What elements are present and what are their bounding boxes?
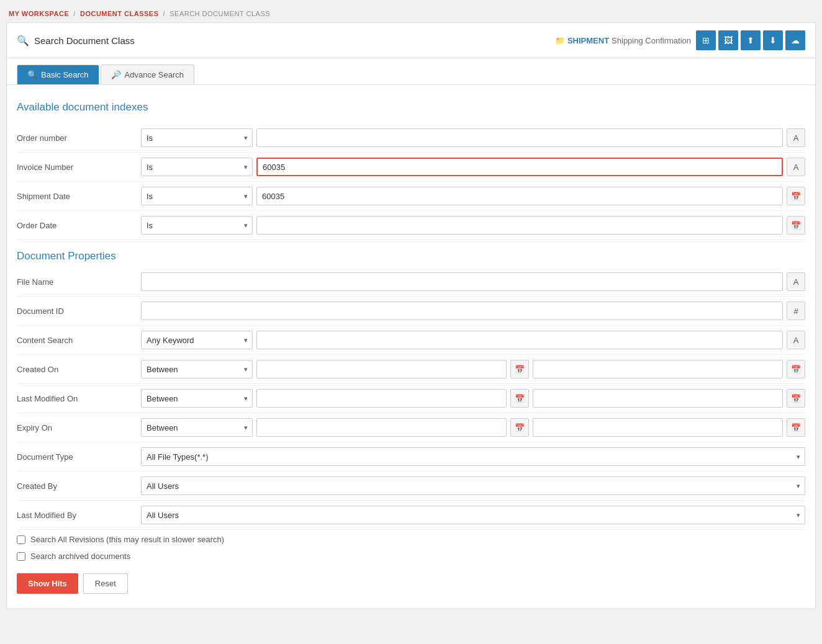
grid-view-button[interactable]: ⊞ (696, 30, 716, 50)
created-by-label: Created By (17, 481, 141, 491)
order-date-row: Order Date Is Is Not Between Before Afte… (17, 211, 805, 240)
last-modified-on-operator-wrapper: Between Is Before After (141, 389, 253, 408)
reset-button[interactable]: Reset (83, 573, 128, 594)
content-search-input[interactable] (256, 331, 783, 349)
content-search-alpha-icon[interactable]: A (787, 331, 805, 349)
main-content: Available document indexes Order number … (7, 85, 815, 609)
card-header: 🔍 Search Document Class 📁 SHIPMENT Shipp… (7, 23, 815, 58)
shipment-label: 📁 SHIPMENT Shipping Confirmation (555, 36, 691, 45)
image-view-button[interactable]: 🖼 (718, 30, 738, 50)
tab-basic-search-label: Basic Search (41, 70, 89, 79)
created-by-controls: All Users (141, 476, 805, 495)
order-number-operator-wrapper: Is Is Not Contains Starts With Ends With (141, 128, 253, 147)
order-number-controls: Is Is Not Contains Starts With Ends With… (141, 128, 805, 147)
last-modified-on-operator[interactable]: Between Is Before After (141, 389, 253, 408)
invoice-number-operator[interactable]: Is Is Not Contains Starts With Ends With (141, 158, 253, 176)
last-modified-on-input2[interactable] (533, 389, 783, 408)
search-all-revisions-label: Search All Revisions (this may result in… (30, 535, 224, 544)
created-on-input2[interactable] (533, 360, 783, 378)
invoice-number-operator-wrapper: Is Is Not Contains Starts With Ends With (141, 158, 253, 176)
created-on-calendar2-icon[interactable]: 📅 (787, 360, 805, 378)
shipment-date-operator[interactable]: Is Is Not Between Before After (141, 187, 253, 205)
file-name-input[interactable] (141, 272, 783, 291)
expiry-on-label: Expiry On (17, 423, 141, 432)
last-modified-by-label: Last Modified By (17, 511, 141, 520)
last-modified-by-row: Last Modified By All Users (17, 501, 805, 530)
shipment-folder-icon: 📁 (555, 36, 565, 45)
order-date-input[interactable] (256, 216, 783, 235)
document-id-hash-icon[interactable]: # (787, 302, 805, 320)
page-title-text: Search Document Class (34, 35, 135, 46)
document-id-row: Document ID # (17, 297, 805, 326)
order-number-operator[interactable]: Is Is Not Contains Starts With Ends With (141, 128, 253, 147)
document-id-label: Document ID (17, 306, 141, 316)
expiry-on-operator[interactable]: Between Is Before After (141, 418, 253, 437)
document-id-input[interactable] (141, 302, 783, 320)
invoice-number-controls: Is Is Not Contains Starts With Ends With… (141, 158, 805, 176)
cloud-button[interactable]: ☁ (785, 30, 805, 50)
invoice-number-alpha-icon[interactable]: A (787, 158, 805, 176)
last-modified-on-label: Last Modified On (17, 394, 141, 403)
search-all-revisions-checkbox[interactable] (17, 535, 25, 544)
invoice-number-input[interactable] (256, 158, 783, 176)
content-search-row: Content Search Any Keyword All Keywords … (17, 326, 805, 355)
header-buttons: ⊞ 🖼 ⬆ ⬇ ☁ (696, 30, 805, 50)
breadcrumb-sep1: / (73, 10, 76, 17)
action-buttons: Show Hits Reset (17, 563, 805, 599)
breadcrumb-workspace[interactable]: MY WORKSPACE (9, 10, 69, 17)
created-on-row: Created On Between Is Before After 📅 📅 (17, 355, 805, 384)
order-number-input[interactable] (256, 128, 783, 147)
created-by-select-wrapper: All Users (141, 476, 805, 495)
last-modified-on-calendar1-icon[interactable]: 📅 (510, 389, 529, 408)
order-number-alpha-icon[interactable]: A (787, 128, 805, 147)
shipment-date-label: Shipment Date (17, 192, 141, 201)
search-archived-row: Search archived documents (17, 547, 805, 563)
created-on-calendar1-icon[interactable]: 📅 (510, 360, 529, 378)
breadcrumb-doc-classes[interactable]: DOCUMENT CLASSES (80, 10, 159, 17)
document-type-select[interactable]: All File Types(*.*) PDF Word Excel Image (141, 447, 805, 466)
upload-button[interactable]: ⬆ (741, 30, 761, 50)
show-hits-button[interactable]: Show Hits (17, 573, 78, 594)
content-search-controls: Any Keyword All Keywords Exact Phrase A (141, 331, 805, 349)
expiry-on-operator-wrapper: Between Is Before After (141, 418, 253, 437)
last-modified-on-row: Last Modified On Between Is Before After… (17, 384, 805, 413)
download-button[interactable]: ⬇ (763, 30, 783, 50)
search-archived-checkbox[interactable] (17, 552, 25, 561)
breadcrumb: MY WORKSPACE / DOCUMENT CLASSES / SEARCH… (6, 6, 816, 22)
created-on-operator[interactable]: Between Is Before After (141, 360, 253, 378)
expiry-on-input1[interactable] (256, 418, 507, 437)
document-id-controls: # (141, 302, 805, 320)
expiry-on-calendar2-icon[interactable]: 📅 (787, 418, 805, 437)
order-date-label: Order Date (17, 221, 141, 230)
created-by-select[interactable]: All Users (141, 476, 805, 495)
file-name-alpha-icon[interactable]: A (787, 272, 805, 291)
expiry-on-input2[interactable] (533, 418, 783, 437)
expiry-on-calendar1-icon[interactable]: 📅 (510, 418, 529, 437)
shipment-date-row: Shipment Date Is Is Not Between Before A… (17, 182, 805, 211)
created-on-input1[interactable] (256, 360, 507, 378)
content-search-label: Content Search (17, 336, 141, 345)
last-modified-by-select[interactable]: All Users (141, 506, 805, 524)
created-on-controls: Between Is Before After 📅 📅 (141, 360, 805, 378)
tab-advance-search[interactable]: 🔎 Advance Search (101, 65, 194, 84)
last-modified-on-controls: Between Is Before After 📅 📅 (141, 389, 805, 408)
shipment-date-input[interactable] (256, 187, 783, 205)
invoice-number-row: Invoice Number Is Is Not Contains Starts… (17, 153, 805, 182)
file-name-label: File Name (17, 277, 141, 287)
last-modified-on-calendar2-icon[interactable]: 📅 (787, 389, 805, 408)
content-search-operator[interactable]: Any Keyword All Keywords Exact Phrase (141, 331, 253, 349)
last-modified-by-controls: All Users (141, 506, 805, 524)
search-document-icon: 🔍 (17, 35, 29, 47)
properties-heading: Document Properties (17, 250, 805, 262)
page-title: 🔍 Search Document Class (17, 35, 135, 47)
last-modified-on-input1[interactable] (256, 389, 507, 408)
document-type-label: Document Type (17, 452, 141, 462)
order-number-label: Order number (17, 133, 141, 143)
created-on-label: Created On (17, 365, 141, 374)
last-modified-by-select-wrapper: All Users (141, 506, 805, 524)
order-date-operator-wrapper: Is Is Not Between Before After (141, 216, 253, 235)
tab-basic-search[interactable]: 🔍 Basic Search (17, 65, 99, 84)
order-date-calendar-icon[interactable]: 📅 (787, 216, 805, 235)
order-date-operator[interactable]: Is Is Not Between Before After (141, 216, 253, 235)
shipment-date-calendar-icon[interactable]: 📅 (787, 187, 805, 205)
